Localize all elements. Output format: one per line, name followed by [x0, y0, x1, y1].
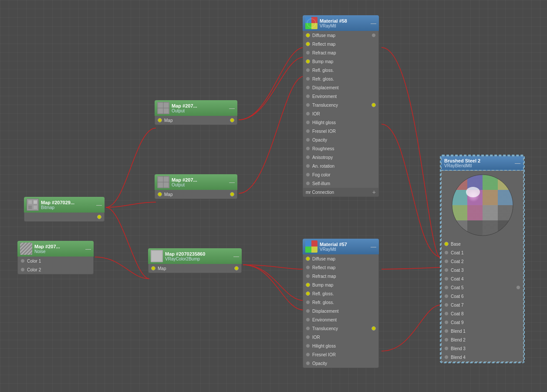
socket-map-207a-in[interactable] — [158, 118, 162, 122]
socket-map-207b-out[interactable] — [230, 192, 234, 196]
node-subtitle-map207b: Output — [172, 182, 227, 187]
socket-hilight-gloss-58-in[interactable] — [306, 120, 310, 125]
socket-coat5-in[interactable] — [444, 285, 449, 290]
socket-refract-map-58-in[interactable] — [306, 51, 310, 55]
socket-roughness-58-in[interactable] — [306, 146, 310, 151]
socket-map-207b-in[interactable] — [158, 192, 162, 196]
socket-bump-map-58-in[interactable] — [306, 59, 310, 64]
socket-fresnel-ior-57-in[interactable] — [306, 352, 310, 357]
minimize-map207b[interactable]: — — [229, 179, 235, 186]
socket-map-color2bump-in[interactable] — [151, 266, 155, 270]
minimize-map207bitmap[interactable]: — — [96, 202, 102, 208]
node-row-refract-map-58: Refract map — [303, 48, 378, 57]
minimize-map207a[interactable]: — — [229, 105, 235, 112]
socket-refl-gloss-57-in[interactable] — [306, 291, 310, 296]
socket-translucency-57-in[interactable] — [306, 326, 310, 331]
node-row-ior-58: IOR — [303, 109, 378, 118]
socket-coat7-in[interactable] — [444, 303, 449, 307]
node-title-mapcolor2bump: Map #2070235860 — [165, 251, 231, 257]
socket-blend1-in[interactable] — [444, 329, 449, 333]
socket-hilight-gloss-57-in[interactable] — [306, 344, 310, 348]
minimize-mat57[interactable]: — — [371, 243, 376, 250]
node-row-reflect-map-58: Reflect map — [303, 40, 378, 48]
socket-coat1-in[interactable] — [444, 250, 449, 255]
plus-icon-58[interactable]: + — [372, 189, 376, 196]
socket-reflect-map-58-in[interactable] — [306, 42, 310, 46]
socket-reflect-map-57-in[interactable] — [306, 265, 310, 270]
socket-opacity-58-in[interactable] — [306, 138, 310, 142]
socket-ior-58-in[interactable] — [306, 112, 310, 116]
label-map-207b: Map — [164, 192, 172, 197]
socket-diffuse-map-58-in[interactable] — [306, 33, 310, 37]
socket-diffuse-map-57-in[interactable] — [306, 257, 310, 261]
label-fresnel-ior-58: Fresnel IOR — [312, 129, 336, 134]
node-row-an-rotation-58: An. rotation — [303, 162, 378, 170]
socket-refr-gloss-57-in[interactable] — [306, 300, 310, 304]
socket-color1-in[interactable] — [20, 259, 25, 263]
socket-map-207a-out[interactable] — [230, 118, 234, 122]
minimize-mat58[interactable]: — — [371, 20, 376, 27]
label-an-rotation-58: An. rotation — [312, 164, 334, 169]
node-body-map207b: Map — [155, 190, 237, 199]
socket-map207bitmap-out[interactable] — [97, 215, 101, 219]
minimize-mapcolor2bump[interactable]: — — [233, 253, 239, 260]
node-map207a: Map #207... Output — Map — [155, 100, 237, 125]
socket-refract-map-57-in[interactable] — [306, 274, 310, 278]
socket-color2-in[interactable] — [20, 267, 25, 272]
socket-refl-gloss-58-in[interactable] — [306, 68, 310, 72]
label-coat3: Coat 3 — [451, 268, 463, 273]
node-row-color2: Color 2 — [18, 265, 93, 274]
node-row-mr-connection-58: mr Connection + — [303, 188, 378, 196]
socket-translucency-57-out[interactable] — [371, 326, 376, 331]
node-brushedsteel: Brushed Steel 2 VRayBlendMtl — — [440, 155, 525, 363]
label-coat6: Coat 6 — [451, 294, 463, 299]
socket-coat5-out[interactable] — [516, 285, 520, 290]
node-row-map-color2bump: Map — [149, 264, 241, 273]
minimize-mapnoise[interactable]: — — [85, 246, 91, 252]
label-anisotropy-58: Anisotropy — [312, 155, 333, 160]
socket-displacement-57-in[interactable] — [306, 309, 310, 313]
minimize-brushedsteel[interactable]: — — [515, 160, 520, 166]
label-environment-58: Environment — [312, 94, 337, 99]
socket-ior-57-in[interactable] — [306, 335, 310, 339]
node-body-map207a: Map — [155, 116, 237, 125]
socket-anisotropy-58-in[interactable] — [306, 155, 310, 159]
node-subtitle-map207a: Output — [172, 108, 227, 113]
socket-translucency-58-out[interactable] — [371, 103, 376, 107]
socket-base-in[interactable] — [444, 242, 449, 246]
node-row-bump-map-57: Bump map — [303, 280, 378, 289]
socket-an-rotation-58-in[interactable] — [306, 164, 310, 168]
label-refl-gloss-58: Refl. gloss. — [312, 68, 334, 73]
socket-environment-57-in[interactable] — [306, 318, 310, 322]
socket-coat9-in[interactable] — [444, 320, 449, 324]
socket-coat4-in[interactable] — [444, 277, 449, 281]
node-material-58: Material #58 VRayMtl — Diffuse map Refle… — [303, 15, 379, 197]
socket-coat2-in[interactable] — [444, 259, 449, 264]
socket-blend4-in[interactable] — [444, 355, 449, 359]
label-translucency-58: Translucency — [312, 103, 338, 108]
socket-self-illum-58-in[interactable] — [306, 181, 310, 186]
node-material-57: Material #57 VRayMtl — Diffuse map Refle… — [303, 239, 379, 368]
node-body-brushedsteel: Base Coat 1 Coat 2 Coat 3 Coat 4 Coat 5 … — [441, 171, 524, 362]
socket-refr-gloss-58-in[interactable] — [306, 77, 310, 81]
socket-bump-map-57-in[interactable] — [306, 283, 310, 287]
socket-coat8-in[interactable] — [444, 311, 449, 316]
socket-environment-58-in[interactable] — [306, 94, 310, 98]
node-row-blend3: Blend 3 — [442, 344, 523, 353]
label-roughness-58: Roughness — [312, 146, 334, 151]
socket-opacity-57-in[interactable] — [306, 361, 310, 365]
socket-translucency-58-in[interactable] — [306, 103, 310, 107]
label-refl-gloss-57: Refl. gloss. — [312, 291, 334, 296]
socket-coat6-in[interactable] — [444, 294, 449, 298]
socket-fog-color-58-in[interactable] — [306, 172, 310, 177]
socket-blend2-in[interactable] — [444, 338, 449, 342]
socket-coat3-in[interactable] — [444, 268, 449, 272]
socket-map-color2bump-out[interactable] — [234, 266, 239, 270]
socket-fresnel-ior-58-in[interactable] — [306, 129, 310, 133]
socket-diffuse-map-58-out[interactable] — [371, 33, 376, 37]
socket-displacement-58-in[interactable] — [306, 85, 310, 90]
node-header-mat58: Material #58 VRayMtl — — [303, 15, 379, 31]
node-row-ior-57: IOR — [303, 333, 378, 341]
socket-blend3-in[interactable] — [444, 346, 449, 351]
label-fresnel-ior-57: Fresnel IOR — [312, 352, 336, 357]
